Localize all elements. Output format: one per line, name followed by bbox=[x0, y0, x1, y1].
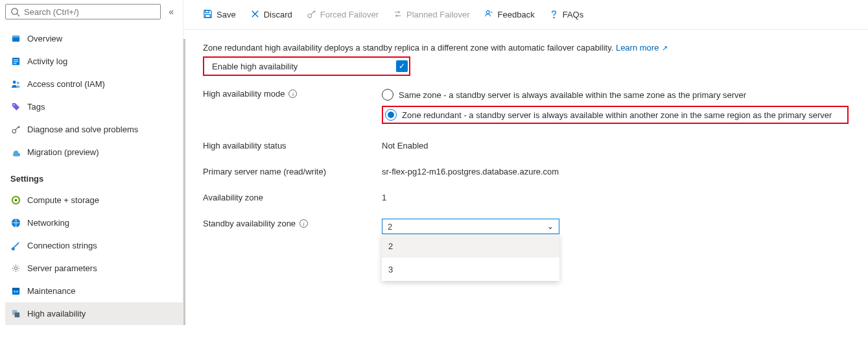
enable-ha-checkbox[interactable]: ✓ bbox=[396, 60, 408, 72]
network-icon bbox=[10, 218, 21, 228]
svg-rect-6 bbox=[13, 62, 18, 62]
svg-point-13 bbox=[14, 199, 17, 202]
sidebar-item-diagnose[interactable]: Diagnose and solve problems bbox=[5, 118, 183, 141]
info-icon[interactable]: i bbox=[288, 90, 297, 98]
discard-icon bbox=[250, 9, 260, 21]
radio-zone-redundant[interactable]: Zone redundant - a standby server is alw… bbox=[382, 106, 849, 124]
settings-header: Settings bbox=[5, 163, 183, 189]
radio-icon bbox=[385, 109, 397, 121]
radio-icon bbox=[382, 89, 393, 101]
sidebar-item-maintenance[interactable]: Maintenance bbox=[5, 280, 183, 302]
scroll-indicator bbox=[183, 39, 185, 325]
az-label: Availability zone bbox=[203, 193, 263, 202]
discard-button[interactable]: Discard bbox=[250, 9, 292, 21]
svg-rect-24 bbox=[205, 14, 211, 18]
enable-ha-label: Enable high availability bbox=[205, 62, 298, 71]
svg-rect-23 bbox=[205, 10, 209, 12]
svg-rect-20 bbox=[16, 291, 18, 293]
standby-az-label: Standby availability zone bbox=[203, 219, 296, 228]
save-icon bbox=[203, 9, 213, 21]
sidebar-item-migration[interactable]: Migration (preview) bbox=[5, 141, 183, 163]
svg-rect-7 bbox=[13, 63, 16, 64]
migration-icon bbox=[10, 147, 21, 157]
learn-more-link[interactable]: Learn more ↗ bbox=[616, 43, 668, 53]
standby-az-dropdown-list: 2 3 bbox=[382, 234, 559, 281]
svg-point-29 bbox=[554, 17, 554, 18]
ha-status-value: Not Enabled bbox=[382, 141, 428, 151]
compute-icon bbox=[10, 195, 21, 205]
ha-status-label: High availability status bbox=[203, 141, 287, 151]
svg-rect-19 bbox=[14, 291, 15, 293]
forced-failover-icon bbox=[307, 9, 316, 21]
overview-icon bbox=[10, 34, 21, 43]
search-icon bbox=[10, 7, 20, 17]
standby-az-dropdown[interactable]: 2 ⌄ bbox=[382, 219, 559, 234]
sidebar-item-connstr[interactable]: Connection strings bbox=[5, 234, 183, 257]
sidebar-item-networking[interactable]: Networking bbox=[5, 211, 183, 234]
collapse-sidebar-icon[interactable]: « bbox=[166, 5, 176, 18]
svg-point-10 bbox=[13, 104, 14, 106]
az-value: 1 bbox=[382, 193, 386, 202]
external-link-icon: ↗ bbox=[660, 44, 668, 52]
sidebar-item-compute-storage[interactable]: Compute + storage bbox=[5, 189, 183, 211]
primary-server-label: Primary server name (read/write) bbox=[203, 167, 326, 176]
dropdown-option[interactable]: 2 bbox=[382, 234, 559, 258]
sidebar-search[interactable] bbox=[5, 4, 161, 19]
info-icon[interactable]: i bbox=[299, 219, 308, 228]
sidebar-item-high-availability[interactable]: High availability bbox=[5, 302, 183, 325]
ha-icon bbox=[10, 309, 21, 319]
svg-point-9 bbox=[16, 82, 19, 84]
svg-rect-22 bbox=[14, 313, 19, 318]
radio-same-zone[interactable]: Same zone - a standby server is always a… bbox=[382, 89, 849, 101]
feedback-icon bbox=[484, 9, 494, 21]
enable-ha-highlight: Enable high availability ✓ bbox=[203, 56, 410, 76]
activitylog-icon bbox=[10, 56, 21, 66]
svg-line-1 bbox=[17, 14, 19, 16]
connstr-icon bbox=[10, 241, 21, 250]
svg-rect-18 bbox=[12, 288, 19, 290]
svg-point-0 bbox=[11, 8, 17, 14]
svg-rect-3 bbox=[12, 36, 19, 38]
sidebar-item-params[interactable]: Server parameters bbox=[5, 257, 183, 280]
svg-point-28 bbox=[486, 10, 489, 14]
svg-point-8 bbox=[12, 80, 16, 84]
sidebar: « Overview Activity log Access control (… bbox=[0, 0, 183, 325]
faqs-icon bbox=[549, 9, 559, 21]
sidebar-item-tags[interactable]: Tags bbox=[5, 95, 183, 118]
diagnose-icon bbox=[10, 125, 21, 134]
planned-failover-icon bbox=[393, 9, 403, 21]
dropdown-option[interactable]: 3 bbox=[382, 258, 559, 281]
svg-point-16 bbox=[14, 267, 17, 269]
sidebar-item-iam[interactable]: Access control (IAM) bbox=[5, 73, 183, 95]
faqs-button[interactable]: FAQs bbox=[549, 9, 584, 21]
forced-failover-button: Forced Failover bbox=[307, 9, 379, 21]
maint-icon bbox=[10, 286, 21, 296]
description-text: Zone redundant high availability deploys… bbox=[203, 43, 616, 53]
save-button[interactable]: Save bbox=[203, 9, 236, 21]
svg-rect-5 bbox=[13, 60, 18, 60]
planned-failover-button: Planned Failover bbox=[393, 9, 470, 21]
feedback-button[interactable]: Feedback bbox=[484, 9, 535, 21]
tags-icon bbox=[10, 102, 21, 112]
params-icon bbox=[10, 263, 21, 273]
toolbar: Save Discard Forced Failover Planned Fai… bbox=[183, 0, 868, 30]
ha-mode-label: High availability mode bbox=[203, 89, 285, 99]
chevron-down-icon: ⌄ bbox=[547, 222, 554, 231]
sidebar-item-activitylog[interactable]: Activity log bbox=[5, 50, 183, 73]
sidebar-item-overview[interactable]: Overview bbox=[5, 27, 183, 50]
primary-server-value: sr-flex-pg12-m16.postgres.database.azure… bbox=[382, 167, 559, 176]
iam-icon bbox=[10, 79, 21, 89]
search-input[interactable] bbox=[24, 7, 156, 17]
